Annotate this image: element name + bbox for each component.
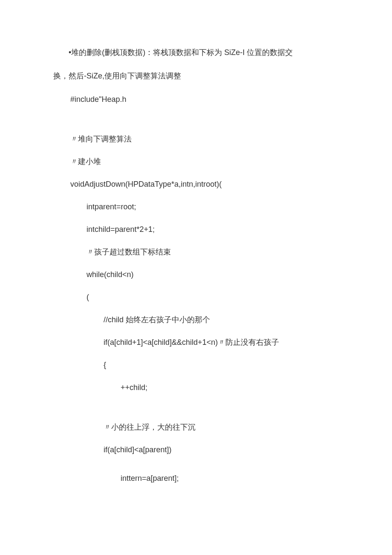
code-line: while(child<n): [53, 269, 339, 280]
code-line: {: [53, 359, 339, 371]
code-line: 〃建小堆: [53, 156, 339, 168]
code-line: #include"Heap.h: [53, 94, 339, 105]
blank-line: [53, 467, 339, 473]
code-line: inttern=a[parent];: [53, 473, 339, 484]
code-line: (: [53, 292, 339, 303]
code-line: if(a[child+1]<a[child]&&child+1<n)〃防止没有右…: [53, 337, 339, 348]
code-line: if(a[child]<a[parent]): [53, 444, 339, 456]
blank-line: [53, 116, 339, 133]
code-line: 〃堆向下调整算法: [53, 133, 339, 145]
blank-line: [53, 405, 339, 422]
document-content: •堆的删除(删栈顶数据)：将栈顶数据和下标为 SiZe-I 位置的数据交 换，然…: [53, 47, 339, 484]
intro-paragraph-line1: •堆的删除(删栈顶数据)：将栈顶数据和下标为 SiZe-I 位置的数据交: [53, 47, 339, 58]
code-line: intchild=parent*2+1;: [53, 224, 339, 235]
code-line: 〃孩子超过数组下标结束: [53, 246, 339, 258]
code-block: #include"Heap.h〃堆向下调整算法〃建小堆voidAdjustDow…: [53, 94, 339, 484]
code-line: //child 始终左右孩子中小的那个: [53, 314, 339, 326]
intro-paragraph-line2: 换，然后-SiZe,使用向下调整算法调整: [53, 70, 339, 82]
code-line: voidAdjustDown(HPDataType*a,intn,introot…: [53, 179, 339, 190]
code-line: ++child;: [53, 382, 339, 393]
code-line: intparent=root;: [53, 201, 339, 213]
code-line: 〃小的往上浮，大的往下沉: [53, 422, 339, 433]
